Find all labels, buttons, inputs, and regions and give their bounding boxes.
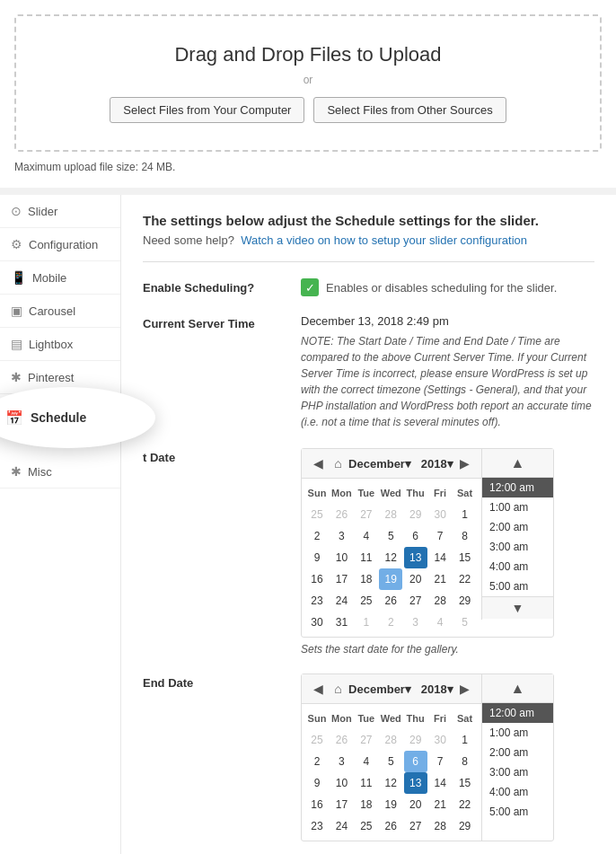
time-item-2am[interactable]: 2:00 am bbox=[482, 517, 553, 537]
sidebar-item-configuration[interactable]: ⚙ Configuration bbox=[0, 228, 120, 261]
cal-prev-button[interactable]: ◀ bbox=[309, 454, 328, 472]
end-cal-day[interactable]: 17 bbox=[330, 794, 353, 815]
end-cal-day[interactable]: 24 bbox=[330, 815, 353, 837]
cal-day[interactable]: 26 bbox=[330, 504, 353, 525]
select-files-computer-button[interactable]: Select Files from Your Computer bbox=[110, 97, 304, 123]
sidebar-item-mobile[interactable]: 📱 Mobile bbox=[0, 261, 120, 295]
cal-day[interactable]: 21 bbox=[428, 568, 452, 590]
cal-day[interactable]: 2 bbox=[305, 525, 329, 547]
end-cal-day[interactable]: 30 bbox=[428, 729, 452, 751]
cal-day[interactable]: 2 bbox=[379, 612, 402, 633]
end-cal-day[interactable]: 26 bbox=[330, 729, 353, 751]
end-cal-day[interactable]: 16 bbox=[305, 794, 329, 815]
end-cal-day[interactable]: 28 bbox=[379, 729, 402, 751]
end-time-item-2am[interactable]: 2:00 am bbox=[482, 743, 553, 762]
cal-day[interactable]: 22 bbox=[453, 568, 477, 590]
cal-day[interactable]: 18 bbox=[355, 568, 378, 590]
end-cal-day[interactable]: 2 bbox=[305, 751, 329, 772]
cal-day[interactable]: 26 bbox=[379, 590, 402, 612]
end-time-item-1am[interactable]: 1:00 am bbox=[482, 723, 553, 743]
cal-day[interactable]: 20 bbox=[404, 568, 427, 590]
cal-day[interactable]: 12 bbox=[379, 547, 402, 568]
sidebar-item-lightbox[interactable]: ▤ Lightbox bbox=[0, 328, 120, 361]
end-cal-day[interactable]: 28 bbox=[428, 815, 452, 837]
end-cal-day[interactable]: 9 bbox=[305, 772, 329, 794]
sidebar-item-misc[interactable]: ✱ Misc bbox=[0, 455, 120, 489]
time-item-1am[interactable]: 1:00 am bbox=[482, 497, 553, 517]
end-cal-day[interactable]: 15 bbox=[453, 772, 477, 794]
upload-dropzone[interactable]: Drag and Drop Files to Upload or Select … bbox=[14, 14, 602, 152]
end-cal-day[interactable]: 25 bbox=[305, 729, 329, 751]
time-up-button[interactable]: ▲ bbox=[482, 452, 553, 475]
cal-day[interactable]: 25 bbox=[305, 504, 329, 525]
cal-day[interactable]: 4 bbox=[355, 525, 378, 547]
end-cal-day[interactable]: 11 bbox=[355, 772, 378, 794]
end-cal-day[interactable]: 1 bbox=[453, 729, 477, 751]
end-cal-day[interactable]: 27 bbox=[355, 729, 378, 751]
end-cal-day-today[interactable]: 13 bbox=[404, 772, 427, 794]
cal-day[interactable]: 6 bbox=[404, 525, 427, 547]
help-link[interactable]: Watch a video on how to setup your slide… bbox=[241, 233, 527, 247]
cal-day[interactable]: 30 bbox=[305, 612, 329, 633]
end-cal-next-button[interactable]: ▶ bbox=[455, 680, 474, 698]
cal-day[interactable]: 3 bbox=[330, 525, 353, 547]
cal-next-button[interactable]: ▶ bbox=[455, 454, 474, 472]
end-cal-day[interactable]: 29 bbox=[404, 729, 427, 751]
time-down-button[interactable]: ▼ bbox=[482, 596, 553, 619]
cal-day[interactable]: 31 bbox=[330, 612, 353, 633]
end-cal-day[interactable]: 23 bbox=[305, 815, 329, 837]
end-cal-day[interactable]: 8 bbox=[453, 751, 477, 772]
time-item-3am[interactable]: 3:00 am bbox=[482, 537, 553, 557]
cal-day[interactable]: 8 bbox=[453, 525, 477, 547]
cal-day[interactable]: 1 bbox=[453, 504, 477, 525]
end-cal-day[interactable]: 21 bbox=[428, 794, 452, 815]
time-item-12am[interactable]: 12:00 am bbox=[482, 478, 553, 497]
cal-day[interactable]: 9 bbox=[305, 547, 329, 568]
end-cal-day[interactable]: 4 bbox=[355, 751, 378, 772]
sidebar-item-slider[interactable]: ⊙ Slider bbox=[0, 195, 120, 228]
end-cal-home-button[interactable]: ⌂ bbox=[330, 680, 346, 698]
end-cal-day[interactable]: 14 bbox=[428, 772, 452, 794]
end-time-item-12am[interactable]: 12:00 am bbox=[482, 703, 553, 723]
cal-day[interactable]: 15 bbox=[453, 547, 477, 568]
cal-day[interactable]: 25 bbox=[355, 590, 378, 612]
sidebar-item-carousel[interactable]: ▣ Carousel bbox=[0, 295, 120, 328]
end-cal-day[interactable]: 6 bbox=[404, 751, 427, 772]
end-cal-day[interactable]: 19 bbox=[379, 794, 402, 815]
enable-scheduling-checkbox[interactable]: ✓ bbox=[301, 278, 319, 296]
end-cal-day[interactable]: 3 bbox=[330, 751, 353, 772]
end-cal-day[interactable]: 29 bbox=[453, 815, 477, 837]
cal-day[interactable]: 11 bbox=[355, 547, 378, 568]
cal-day[interactable]: 23 bbox=[305, 590, 329, 612]
end-time-item-5am[interactable]: 5:00 am bbox=[482, 802, 553, 822]
end-cal-day[interactable]: 20 bbox=[404, 794, 427, 815]
end-cal-day[interactable]: 26 bbox=[379, 815, 402, 837]
cal-home-button[interactable]: ⌂ bbox=[330, 454, 346, 472]
end-cal-day[interactable]: 25 bbox=[355, 815, 378, 837]
end-cal-day[interactable]: 18 bbox=[355, 794, 378, 815]
cal-day[interactable]: 14 bbox=[428, 547, 452, 568]
cal-day[interactable]: 29 bbox=[453, 590, 477, 612]
cal-day[interactable]: 27 bbox=[355, 504, 378, 525]
time-item-4am[interactable]: 4:00 am bbox=[482, 557, 553, 577]
cal-day[interactable]: 3 bbox=[404, 612, 427, 633]
end-cal-prev-button[interactable]: ◀ bbox=[309, 680, 328, 698]
cal-day[interactable]: 4 bbox=[428, 612, 452, 633]
end-time-up-button[interactable]: ▲ bbox=[482, 677, 553, 700]
cal-day[interactable]: 7 bbox=[428, 525, 452, 547]
end-cal-day[interactable]: 12 bbox=[379, 772, 402, 794]
time-item-5am[interactable]: 5:00 am bbox=[482, 577, 553, 596]
end-cal-day[interactable]: 27 bbox=[404, 815, 427, 837]
end-cal-day[interactable]: 10 bbox=[330, 772, 353, 794]
cal-day[interactable]: 16 bbox=[305, 568, 329, 590]
cal-day[interactable]: 5 bbox=[379, 525, 402, 547]
end-cal-day[interactable]: 22 bbox=[453, 794, 477, 815]
end-cal-day[interactable]: 5 bbox=[379, 751, 402, 772]
cal-day[interactable]: 5 bbox=[453, 612, 477, 633]
cal-day[interactable]: 1 bbox=[355, 612, 378, 633]
cal-day[interactable]: 24 bbox=[330, 590, 353, 612]
end-time-item-4am[interactable]: 4:00 am bbox=[482, 782, 553, 802]
cal-day[interactable]: 29 bbox=[404, 504, 427, 525]
select-files-other-button[interactable]: Select Files from Other Sources bbox=[313, 97, 506, 123]
cal-day[interactable]: 30 bbox=[428, 504, 452, 525]
